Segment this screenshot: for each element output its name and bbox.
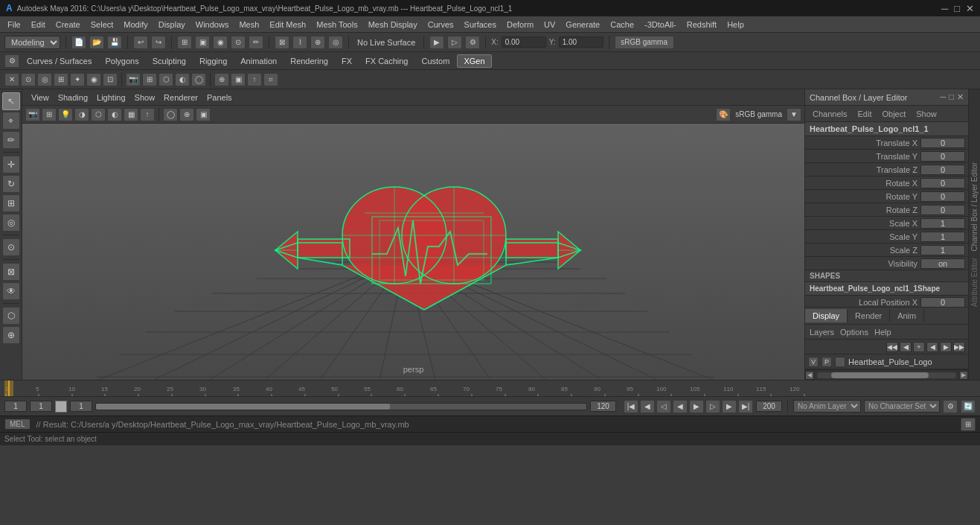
pb-extra-btn[interactable]: 🔄 xyxy=(961,400,976,413)
panel-close-btn[interactable]: ✕ xyxy=(957,92,964,102)
ch-value-lpx[interactable]: 0 xyxy=(920,297,965,308)
pb-step-back-btn[interactable]: |◀ xyxy=(624,400,638,413)
layer-prev-btn[interactable]: ◀ xyxy=(900,342,912,352)
rotate-btn[interactable]: ↻ xyxy=(2,175,20,193)
pb-prev-key-btn[interactable]: ◁ xyxy=(656,400,671,413)
move-btn[interactable]: ✛ xyxy=(2,156,20,174)
playback-end-input[interactable] xyxy=(756,401,782,412)
tab-animation[interactable]: Animation xyxy=(234,55,283,67)
channel-row-rotate-z[interactable]: Rotate Z 0 xyxy=(805,203,968,217)
layer-item-heartbeat[interactable]: V P Heartbeat_Pulse_Logo xyxy=(805,354,968,369)
scale-tool-btn[interactable]: ⊞ xyxy=(54,73,68,86)
layer-help-menu[interactable]: Help xyxy=(874,328,891,337)
workspace-selector[interactable]: Modeling xyxy=(4,36,60,49)
channel-row-translate-z[interactable]: Translate Z 0 xyxy=(805,163,968,176)
isolate-btn[interactable]: ⊕ xyxy=(214,73,229,86)
tab-rigging[interactable]: Rigging xyxy=(193,55,233,67)
vp-lighting-menu[interactable]: Lighting xyxy=(94,93,129,102)
vp-color-arrow[interactable]: ▼ xyxy=(787,108,801,121)
layer-color-swatch[interactable] xyxy=(835,357,845,367)
vp-resolution-btn[interactable]: ▣ xyxy=(196,108,211,121)
channel-row-scale-y[interactable]: Scale Y 1 xyxy=(805,230,968,244)
camera-btn[interactable]: 📷 xyxy=(126,73,141,86)
layer-prev-prev-btn[interactable]: ◀◀ xyxy=(886,342,898,352)
channel-row-scale-z[interactable]: Scale Z 1 xyxy=(805,244,968,257)
snap-to-curve-btn[interactable]: ⌇ xyxy=(292,36,307,49)
smooth-btn[interactable]: ◐ xyxy=(175,73,190,86)
ch-value-ty[interactable]: 0 xyxy=(920,151,965,162)
vp-isolate-btn[interactable]: ⊕ xyxy=(179,108,194,121)
ch-value-tz[interactable]: 0 xyxy=(920,165,965,175)
ch-value-sz[interactable]: 1 xyxy=(920,245,965,255)
ch-value-sy[interactable]: 1 xyxy=(920,232,965,242)
paint-select-btn[interactable]: ✏ xyxy=(249,36,263,49)
vp-view-menu[interactable]: View xyxy=(28,93,52,102)
timeline-range-slider[interactable] xyxy=(95,403,587,410)
xray-btn[interactable]: ◯ xyxy=(191,73,206,86)
right-panel-scrollbar[interactable]: ◀ ▶ xyxy=(805,369,968,380)
menu-windows[interactable]: Windows xyxy=(191,19,234,31)
layer-right-btn[interactable]: ▶ xyxy=(940,342,952,352)
menu-help[interactable]: Help xyxy=(723,19,749,31)
select-by-component-btn[interactable]: ▣ xyxy=(195,36,210,49)
vp-grid-btn[interactable]: ⊞ xyxy=(42,108,57,121)
tab-fx-caching[interactable]: FX Caching xyxy=(359,55,414,67)
ch-value-sx[interactable]: 1 xyxy=(920,218,965,229)
scrollbar-thumb[interactable] xyxy=(831,372,929,378)
attribute-editor-tab[interactable]: Channel Box / Layer Editor Attribute Edi… xyxy=(968,89,980,380)
rotate-tool-btn[interactable]: ◎ xyxy=(37,73,52,86)
resolution-btn[interactable]: ▣ xyxy=(231,73,246,86)
channel-row-rotate-y[interactable]: Rotate Y 0 xyxy=(805,190,968,203)
pb-next-frame-btn[interactable]: ▶ xyxy=(722,400,737,413)
menu-edit-mesh[interactable]: Edit Mesh xyxy=(265,19,310,31)
ep-btn[interactable]: ⊕ xyxy=(2,326,20,344)
hide-btn[interactable]: 👁 xyxy=(2,282,20,300)
maximize-btn[interactable]: □ xyxy=(954,3,960,14)
tab-rendering[interactable]: Rendering xyxy=(284,55,334,67)
vp-smooth-btn[interactable]: ◐ xyxy=(107,108,122,121)
grid-btn[interactable]: ⊞ xyxy=(142,73,157,86)
scene-canvas[interactable]: X Y Z persp xyxy=(22,124,804,380)
ch-value-rx[interactable]: 0 xyxy=(920,178,965,188)
layer-next-next-btn[interactable]: ▶▶ xyxy=(953,342,965,352)
tab-sculpting[interactable]: Sculpting xyxy=(147,55,192,67)
open-scene-btn[interactable]: 📂 xyxy=(89,36,104,49)
ch-value-vis[interactable]: on xyxy=(920,258,965,269)
show-manipulator-btn[interactable]: ⊡ xyxy=(103,73,118,86)
ch-edit-menu[interactable]: Edit xyxy=(853,108,876,120)
vp-shading-menu[interactable]: Shading xyxy=(55,93,91,102)
layer-playback-btn[interactable]: P xyxy=(822,357,832,367)
ch-object-menu[interactable]: Object xyxy=(877,108,910,120)
menu-select[interactable]: Select xyxy=(86,19,118,31)
paint-btn[interactable]: ✏ xyxy=(2,131,20,149)
channel-row-translate-y[interactable]: Translate Y 0 xyxy=(805,150,968,163)
ch-value-rz[interactable]: 0 xyxy=(920,205,965,215)
vp-xray-btn[interactable]: ◯ xyxy=(163,108,178,121)
ch-channels-menu[interactable]: Channels xyxy=(808,108,851,120)
shape-name[interactable]: Heartbeat_Pulse_Logo_ncl1_1Shape xyxy=(805,282,968,296)
soft-select-lt-btn[interactable]: ⊙ xyxy=(2,238,20,256)
menu-uv[interactable]: UV xyxy=(539,19,560,31)
close-btn[interactable]: ✕ xyxy=(966,3,974,14)
save-scene-btn[interactable]: 💾 xyxy=(107,36,122,49)
menu-curves[interactable]: Curves xyxy=(423,19,458,31)
panel-float-btn[interactable]: □ xyxy=(949,92,954,102)
scrollbar-track[interactable] xyxy=(817,372,956,378)
redo-btn[interactable]: ↪ xyxy=(151,36,166,49)
menu-deform[interactable]: Deform xyxy=(502,19,538,31)
pb-step-fwd-btn[interactable]: ▶| xyxy=(738,400,753,413)
lasso-btn[interactable]: ⌖ xyxy=(2,112,20,130)
viewport[interactable]: View Shading Lighting Show Renderer Pane… xyxy=(22,89,804,380)
channel-object-name[interactable]: Heartbeat_Pulse_Logo_ncl1_1 xyxy=(805,122,968,136)
channel-row-visibility[interactable]: Visibility on xyxy=(805,257,968,270)
tab-polygons[interactable]: Polygons xyxy=(99,55,144,67)
coord-x-input[interactable] xyxy=(502,36,546,48)
layer-layers-menu[interactable]: Layers xyxy=(810,328,834,337)
anim-layer-select[interactable]: No Anim Layer xyxy=(793,400,861,413)
frame-inner-input[interactable] xyxy=(70,401,92,412)
move-tool-btn[interactable]: ⊙ xyxy=(21,73,36,86)
vp-color-btn[interactable]: 🎨 xyxy=(716,108,731,121)
select-by-object-btn[interactable]: ◉ xyxy=(213,36,228,49)
settings-btn[interactable]: ⚙ xyxy=(4,54,19,68)
tab-curves-surfaces[interactable]: Curves / Surfaces xyxy=(21,55,97,67)
